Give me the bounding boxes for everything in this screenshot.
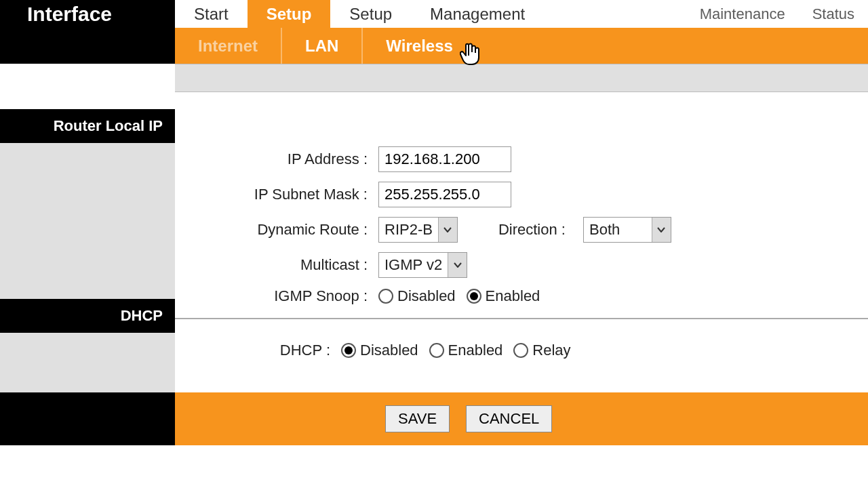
brand-title: Interface [0, 0, 175, 28]
label-subnet: IP Subnet Mask : [189, 186, 378, 203]
ip-address-input[interactable] [378, 146, 511, 172]
dynamic-route-value: RIP2-B [384, 221, 433, 239]
top-tabs: Start Setup Setup Management Maintenance… [175, 0, 868, 28]
chevron-down-icon [652, 218, 671, 242]
section-dhcp: DHCP [0, 299, 175, 333]
label-multicast: Multicast : [189, 256, 378, 274]
subtab-wireless[interactable]: Wireless [363, 28, 476, 64]
igmp-snoop-enabled-label: Enabled [486, 287, 540, 305]
igmp-snoop-disabled-label: Disabled [397, 287, 456, 305]
label-direction: Direction : [498, 221, 576, 239]
igmp-snoop-enabled-radio[interactable] [467, 289, 481, 304]
tab-setup-second[interactable]: Setup [330, 0, 411, 28]
gray-separator [0, 64, 868, 92]
dhcp-relay-label: Relay [532, 342, 570, 359]
dhcp-relay-radio[interactable] [513, 343, 528, 358]
subtab-lan[interactable]: LAN [282, 28, 363, 64]
direction-select[interactable]: Both [583, 217, 671, 243]
subnet-input[interactable] [378, 182, 511, 207]
igmp-snoop-disabled-radio[interactable] [378, 289, 393, 304]
dhcp-disabled-label: Disabled [360, 342, 418, 359]
dynamic-route-select[interactable]: RIP2-B [378, 217, 458, 243]
tab-management[interactable]: Management [411, 0, 544, 28]
sidebar: Router Local IP DHCP [0, 109, 175, 392]
chevron-down-icon [438, 218, 457, 242]
tab-start[interactable]: Start [175, 0, 248, 28]
tab-maintenance[interactable]: Maintenance [686, 0, 799, 28]
label-igmp-snoop: IGMP Snoop : [189, 287, 378, 305]
tab-setup-active[interactable]: Setup [248, 0, 331, 28]
sub-tabs: Internet LAN Wireless [175, 28, 868, 64]
label-ip-address: IP Address : [189, 150, 378, 168]
brand-blank [0, 28, 175, 64]
section-router-local-ip: Router Local IP [0, 109, 175, 143]
tab-status[interactable]: Status [799, 0, 868, 28]
dhcp-disabled-radio[interactable] [341, 343, 356, 358]
footer-blank [0, 392, 175, 445]
footer-bar: SAVE CANCEL [175, 392, 868, 445]
direction-value: Both [589, 221, 620, 239]
cancel-button[interactable]: CANCEL [466, 405, 552, 432]
save-button[interactable]: SAVE [385, 405, 450, 432]
dhcp-enabled-label: Enabled [448, 342, 503, 359]
multicast-select[interactable]: IGMP v2 [378, 252, 467, 278]
chevron-down-icon [448, 253, 467, 277]
label-dynamic-route: Dynamic Route : [189, 221, 378, 239]
form-area: IP Address : IP Subnet Mask : Dynamic Ro… [175, 109, 868, 392]
dhcp-enabled-radio[interactable] [429, 343, 444, 358]
subtab-internet[interactable]: Internet [175, 28, 282, 64]
multicast-value: IGMP v2 [384, 256, 442, 274]
label-dhcp: DHCP : [189, 342, 341, 359]
